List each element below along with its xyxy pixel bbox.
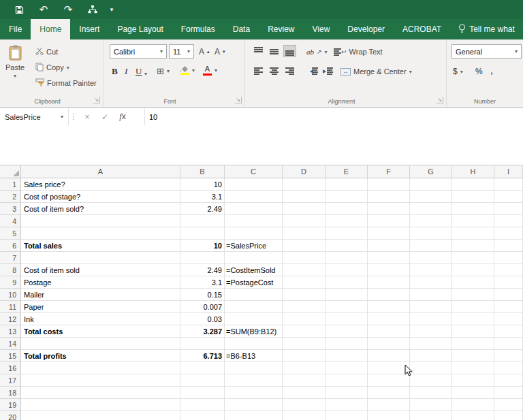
cell-D5[interactable]: [283, 227, 326, 240]
formula-bar-value[interactable]: 10: [149, 108, 157, 125]
borders-button[interactable]: ⊞ ▾: [157, 64, 170, 78]
cell-I6[interactable]: [494, 240, 523, 252]
cell-B13[interactable]: 3.287: [180, 325, 225, 338]
cell-C1[interactable]: [225, 178, 283, 191]
cell-D14[interactable]: [283, 338, 326, 350]
cell-A6[interactable]: Total sales: [21, 240, 180, 252]
cell-G7[interactable]: [410, 252, 452, 264]
cell-F5[interactable]: [368, 227, 410, 240]
cell-G6[interactable]: [410, 240, 452, 252]
cell-D11[interactable]: [283, 301, 326, 313]
cell-B8[interactable]: 2.49: [180, 264, 225, 276]
cell-B6[interactable]: 10: [180, 240, 225, 252]
currency-dropdown-icon[interactable]: ▾: [460, 69, 463, 75]
column-header-B[interactable]: B: [180, 165, 225, 178]
borders-dropdown-icon[interactable]: ▾: [167, 68, 170, 74]
cell-H18[interactable]: [452, 387, 494, 399]
cell-D7[interactable]: [283, 252, 326, 264]
underline-button[interactable]: U: [136, 65, 142, 78]
tab-home[interactable]: Home: [31, 19, 70, 39]
cell-G19[interactable]: [410, 399, 452, 411]
select-all-button[interactable]: [0, 165, 21, 178]
cell-C10[interactable]: [225, 289, 283, 301]
tab-acrobat[interactable]: ACROBAT: [394, 19, 450, 39]
cell-I18[interactable]: [494, 387, 523, 399]
cancel-button[interactable]: ×: [78, 112, 96, 122]
cell-A19[interactable]: [21, 399, 180, 411]
cell-F8[interactable]: [368, 264, 410, 276]
cell-I11[interactable]: [494, 301, 523, 313]
cell-A10[interactable]: Mailer: [21, 289, 180, 301]
bold-button[interactable]: B: [112, 65, 118, 78]
copy-button[interactable]: Copy ▾: [35, 61, 69, 74]
tab-data[interactable]: Data: [224, 19, 259, 39]
cell-H2[interactable]: [452, 191, 494, 203]
cell-A5[interactable]: [21, 227, 180, 240]
save-icon[interactable]: [7, 1, 31, 18]
cell-F13[interactable]: [368, 325, 410, 338]
row-header-3[interactable]: 3: [0, 203, 21, 215]
cell-E20[interactable]: [326, 411, 368, 420]
cell-F6[interactable]: [368, 240, 410, 252]
cell-C16[interactable]: [225, 362, 283, 374]
cell-E16[interactable]: [326, 362, 368, 374]
row-header-7[interactable]: 7: [0, 252, 21, 264]
cell-H4[interactable]: [452, 215, 494, 227]
cell-E14[interactable]: [326, 338, 368, 350]
cell-A17[interactable]: [21, 374, 180, 387]
align-right-button[interactable]: [283, 65, 296, 77]
clipboard-dialog-launcher-icon[interactable]: ↘: [93, 97, 100, 103]
cell-G5[interactable]: [410, 227, 452, 240]
paste-dropdown-icon[interactable]: ▾: [14, 73, 16, 79]
number-format-combo[interactable]: General ▾: [451, 44, 522, 59]
tab-developer[interactable]: Developer: [338, 19, 394, 39]
column-header-D[interactable]: D: [283, 165, 326, 178]
formula-bar-expanded-area[interactable]: [0, 125, 523, 165]
cell-C2[interactable]: [225, 191, 283, 203]
align-left-button[interactable]: [252, 65, 265, 77]
undo-icon[interactable]: ↶: [31, 1, 56, 18]
cell-C13[interactable]: =SUM(B9:B12): [225, 325, 283, 338]
cell-E8[interactable]: [326, 264, 368, 276]
cell-I15[interactable]: [494, 350, 523, 362]
cell-A14[interactable]: [21, 338, 180, 350]
cell-B20[interactable]: [180, 411, 225, 420]
cell-D18[interactable]: [283, 387, 326, 399]
cell-B16[interactable]: [180, 362, 225, 374]
cell-A4[interactable]: [21, 215, 180, 227]
cell-G9[interactable]: [410, 276, 452, 289]
tab-page-layout[interactable]: Page Layout: [108, 19, 172, 39]
cell-E7[interactable]: [326, 252, 368, 264]
cell-C19[interactable]: [225, 399, 283, 411]
insert-function-button[interactable]: fx: [114, 112, 131, 122]
formula-bar-handle-icon[interactable]: ⋮: [69, 113, 78, 120]
cell-I4[interactable]: [494, 215, 523, 227]
cell-I14[interactable]: [494, 338, 523, 350]
cell-F17[interactable]: [368, 374, 410, 387]
cell-H20[interactable]: [452, 411, 494, 420]
cell-H1[interactable]: [452, 178, 494, 191]
font-size-combo[interactable]: 11 ▾: [169, 44, 194, 59]
cell-H14[interactable]: [452, 338, 494, 350]
cell-H9[interactable]: [452, 276, 494, 289]
cell-B14[interactable]: [180, 338, 225, 350]
row-header-8[interactable]: 8: [0, 264, 21, 276]
cell-A11[interactable]: Paper: [21, 301, 180, 313]
row-header-5[interactable]: 5: [0, 227, 21, 240]
number-format-dropdown-icon[interactable]: ▾: [515, 48, 518, 54]
cell-I8[interactable]: [494, 264, 523, 276]
cell-C12[interactable]: [225, 313, 283, 325]
cell-G12[interactable]: [410, 313, 452, 325]
cell-B2[interactable]: 3.1: [180, 191, 225, 203]
top-align-button[interactable]: [252, 45, 265, 57]
cell-F16[interactable]: [368, 362, 410, 374]
row-header-14[interactable]: 14: [0, 338, 21, 350]
cell-F20[interactable]: [368, 411, 410, 420]
cell-G11[interactable]: [410, 301, 452, 313]
cell-H16[interactable]: [452, 362, 494, 374]
row-header-1[interactable]: 1: [0, 178, 21, 191]
cell-C11[interactable]: [225, 301, 283, 313]
cell-A2[interactable]: Cost of postage?: [21, 191, 180, 203]
row-header-9[interactable]: 9: [0, 276, 21, 289]
row-header-10[interactable]: 10: [0, 289, 21, 301]
